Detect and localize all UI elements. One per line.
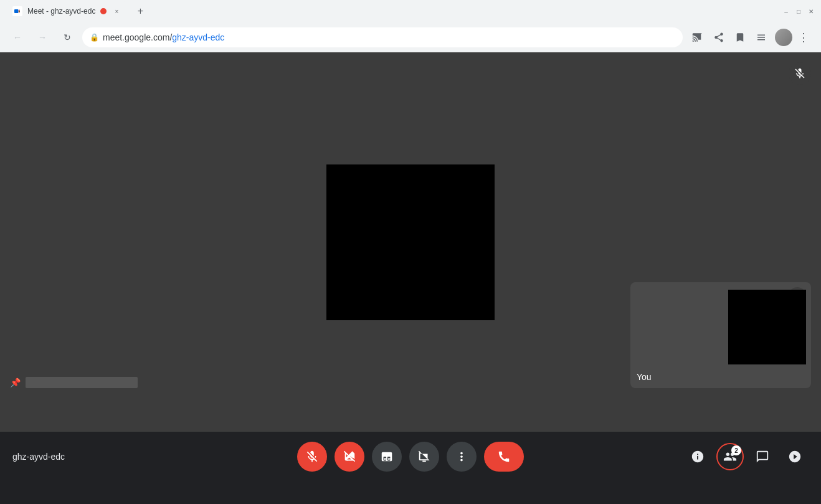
meeting-info-button[interactable] [684,443,711,470]
back-button[interactable]: ← [7,27,27,47]
pin-icon: 📌 [10,378,21,388]
forward-button[interactable]: → [32,27,52,47]
camera-button[interactable] [335,442,364,472]
present-button[interactable] [409,442,439,472]
svg-rect-1 [14,9,19,13]
new-tab-button[interactable]: + [131,2,149,20]
chat-button[interactable] [749,443,776,470]
reload-button[interactable]: ↻ [57,27,77,47]
url-text: meet.google.com/ghz-ayvd-edc [103,32,224,42]
url-bar[interactable]: 🔒 meet.google.com/ghz-ayvd-edc [82,27,683,47]
controls-right: 2 [684,443,809,470]
main-video-area: 📌 You [0,52,821,432]
bottom-bar: ghz-ayvd-edc [0,432,821,482]
chrome-menu-button[interactable]: ⋮ [794,27,814,47]
address-bar: ← → ↻ 🔒 meet.google.com/ghz-ayvd-edc ⋮ [0,22,821,52]
profile-avatar[interactable] [775,29,792,46]
main-video-feed [326,164,495,320]
share-button[interactable] [709,27,729,47]
participant-count-badge: 2 [731,445,741,455]
participant-name [26,377,138,388]
browser-actions: ⋮ [688,27,814,47]
mic-muted-indicator [789,62,811,85]
bookmark-button[interactable] [730,27,750,47]
self-video-container: You [630,282,811,388]
active-tab[interactable]: Meet - ghz-ayvd-edc × [5,1,129,21]
more-options-button[interactable] [447,442,477,472]
maximize-button[interactable]: □ [794,6,804,16]
tab-title: Meet - ghz-ayvd-edc [27,7,95,16]
controls-center [297,442,524,472]
meeting-code: ghz-ayvd-edc [12,452,87,462]
tab-close-button[interactable]: × [112,6,121,16]
title-bar: Meet - ghz-ayvd-edc × + – □ ✕ [0,0,821,22]
recording-dot [100,8,107,14]
reader-mode-button[interactable] [751,27,771,47]
pinned-name-bar: 📌 [10,377,138,388]
lock-icon: 🔒 [90,33,99,42]
meet-container: 📌 You ghz-ayvd-edc [0,52,821,482]
self-video-feed [728,290,806,364]
minimize-button[interactable]: – [781,6,791,16]
end-call-button[interactable] [484,442,524,472]
browser-chrome: Meet - ghz-ayvd-edc × + – □ ✕ ← → ↻ 🔒 me… [0,0,821,52]
tab-favicon [12,6,22,16]
window-controls: – □ ✕ [781,6,816,16]
activities-button[interactable] [781,443,809,470]
cast-button[interactable] [688,27,708,47]
participants-button[interactable]: 2 [716,443,744,470]
mute-mic-button[interactable] [297,442,327,472]
captions-button[interactable] [372,442,402,472]
close-button[interactable]: ✕ [806,6,816,16]
self-label: You [637,372,652,382]
